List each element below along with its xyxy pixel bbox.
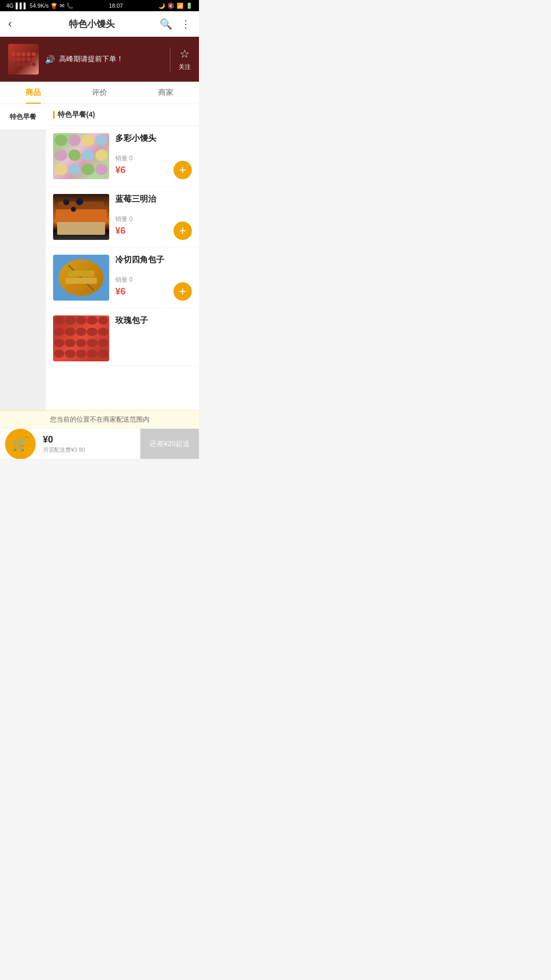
- thumbnail-dots: [9, 50, 38, 68]
- product-image-colorful-bun: [53, 133, 109, 179]
- signal-label: 4G: [6, 3, 14, 9]
- category-bar-decoration: [53, 111, 55, 119]
- tab-products[interactable]: 商品: [0, 82, 66, 104]
- product-image-rose-bun: [53, 315, 109, 361]
- add-to-cart-button[interactable]: +: [173, 161, 192, 179]
- product-image-blueberry-sandwich: [53, 194, 109, 240]
- header-icons: 🔍 ⋮: [160, 18, 191, 30]
- toast-visual: [53, 194, 109, 240]
- sidebar-item-featured-breakfast[interactable]: 特色早餐: [0, 104, 46, 130]
- product-name: 蓝莓三明治: [115, 194, 192, 205]
- cart-icon: 🛒: [12, 436, 29, 452]
- shop-notice: 🔊 高峰期请提前下单！: [45, 55, 160, 64]
- category-header: 特色早餐(4): [46, 104, 199, 126]
- category-title: 特色早餐(4): [58, 110, 95, 119]
- follow-label: 关注: [179, 63, 191, 71]
- sidebar: 特色早餐: [0, 104, 46, 410]
- notice-text: 您当前的位置不在商家配送范围内: [50, 415, 149, 423]
- sandwich-visual: [59, 259, 104, 296]
- bottom-notice: 您当前的位置不在商家配送范围内: [0, 410, 199, 428]
- more-button[interactable]: ⋮: [181, 18, 191, 30]
- wifi-icon: 📶: [177, 3, 184, 9]
- product-item: 玫瑰包子: [46, 308, 199, 366]
- status-bar: 4G ▌▌▌ 54.9K/s 🍟 ✉ 📞 18:07 🌙 🔇 📶 🔋: [0, 0, 199, 11]
- cart-info: ¥0 另需配送费¥3.90: [36, 434, 140, 454]
- shop-thumbnail: [8, 44, 39, 75]
- phone-icon: 📞: [66, 3, 73, 9]
- bottom-bar: 🛒 ¥0 另需配送费¥3.90 还差¥20起送: [0, 428, 199, 459]
- product-name: 冷切四角包子: [115, 255, 192, 265]
- status-right: 🌙 🔇 📶 🔋: [158, 3, 193, 9]
- checkout-label: 还差¥20起送: [149, 439, 190, 449]
- add-to-cart-button[interactable]: +: [173, 282, 192, 301]
- main-content: 特色早餐 特色早餐(4) 多彩小馒头 销量 0 ¥6 +: [0, 104, 199, 410]
- product-name: 多彩小馒头: [115, 133, 192, 144]
- follow-section[interactable]: ☆ 关注: [170, 47, 191, 71]
- product-item: 蓝莓三明治 销量 0 ¥6 +: [46, 187, 199, 248]
- cart-button[interactable]: 🛒: [5, 429, 36, 459]
- waffle-visual: [53, 315, 109, 361]
- notice-text: 高峰期请提前下单！: [59, 55, 123, 64]
- product-name: 玫瑰包子: [115, 315, 192, 326]
- status-left: 4G ▌▌▌ 54.9K/s 🍟 ✉ 📞: [6, 3, 73, 9]
- back-button[interactable]: ‹: [8, 17, 23, 31]
- macaroon-visual: [53, 133, 109, 179]
- mute-icon: 🔇: [167, 3, 174, 9]
- product-item: 多彩小馒头 销量 0 ¥6 +: [46, 126, 199, 187]
- add-to-cart-button[interactable]: +: [173, 222, 192, 240]
- battery-icon: 🔋: [186, 3, 193, 9]
- star-icon: ☆: [180, 47, 190, 61]
- product-info: 玫瑰包子: [115, 315, 192, 336]
- signal-bars: ▌▌▌: [16, 3, 28, 9]
- page-title: 特色小馒头: [69, 18, 115, 30]
- email-icon: ✉: [60, 3, 64, 9]
- product-item: 冷切四角包子 销量 0 ¥6 +: [46, 248, 199, 308]
- header: ‹ 特色小馒头 🔍 ⋮: [0, 11, 199, 37]
- checkout-button[interactable]: 还差¥20起送: [140, 429, 199, 459]
- product-image-cold-bun: [53, 255, 109, 301]
- tab-reviews[interactable]: 评价: [66, 82, 133, 104]
- cart-delivery: 另需配送费¥3.90: [43, 446, 133, 454]
- mcdonald-icon: 🍟: [51, 3, 58, 9]
- tab-bar: 商品 评价 商家: [0, 82, 199, 104]
- speed-label: 54.9K/s: [30, 3, 48, 9]
- tab-merchant[interactable]: 商家: [133, 82, 199, 104]
- search-button[interactable]: 🔍: [160, 18, 172, 30]
- cart-price: ¥0: [43, 434, 133, 445]
- speaker-icon: 🔊: [45, 55, 55, 64]
- product-list: 特色早餐(4) 多彩小馒头 销量 0 ¥6 +: [46, 104, 199, 410]
- moon-icon: 🌙: [158, 3, 165, 9]
- shop-banner: 🔊 高峰期请提前下单！ ☆ 关注: [0, 37, 199, 82]
- time-label: 18:07: [109, 3, 123, 9]
